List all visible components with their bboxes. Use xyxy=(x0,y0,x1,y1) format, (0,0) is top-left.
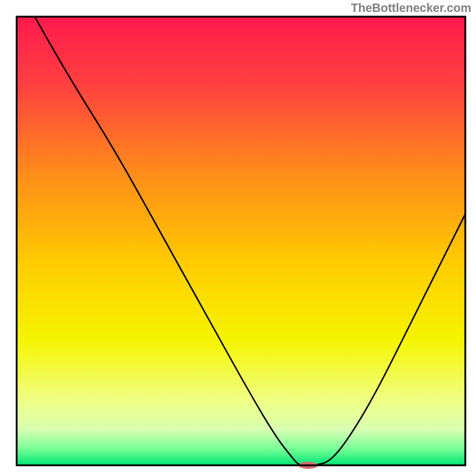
gradient-background xyxy=(17,17,465,465)
watermark-text: TheBottlenecker.com xyxy=(351,1,471,15)
bottleneck-chart xyxy=(0,0,476,476)
plot-area xyxy=(17,17,465,469)
chart-container: TheBottlenecker.com xyxy=(0,0,476,476)
